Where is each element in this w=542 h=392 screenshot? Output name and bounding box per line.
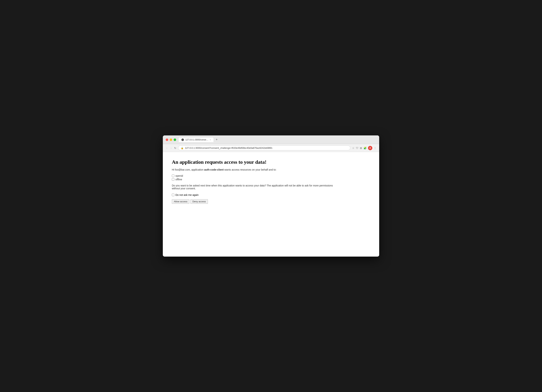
title-bar: 127.0.0.1:3000/conse… × + [163,136,379,144]
tab-close-button[interactable]: × [210,139,211,141]
offline-checkbox[interactable] [172,178,174,181]
traffic-lights [166,138,176,141]
do-not-ask-checkbox[interactable] [172,194,174,196]
user-avatar[interactable]: A [368,146,372,150]
do-not-ask-row: Do not ask me again [172,193,370,196]
scope-list: openid offline [172,174,370,181]
tab-label: 127.0.0.1:3000/conse… [185,138,208,141]
more-options-icon[interactable]: ⋮ [374,147,376,149]
extensions-icon[interactable]: 🧩 [363,147,367,149]
close-window-button[interactable] [166,138,168,141]
app-name: auth-code-client [204,168,224,171]
browser-window: 127.0.0.1:3000/conse… × + ‹ › ↻ 🔒 127.0.… [163,136,379,256]
allow-access-button[interactable]: Allow access [172,199,189,204]
active-tab[interactable]: 127.0.0.1:3000/conse… × [178,137,214,142]
shield-icon[interactable]: 🛡 [356,147,358,149]
do-not-ask-label: Do not ask me again [175,193,199,196]
intro-suffix: wants access resources on your behalf an… [224,168,276,171]
lock-icon: 🔒 [181,147,184,149]
intro-prefix: Hi foo@bar.com, application [172,168,204,171]
minimize-window-button[interactable] [170,138,172,141]
action-buttons: Allow access Deny access [172,199,370,204]
scope-openid: openid [172,174,370,177]
screen-icon[interactable]: ⊞ [360,147,362,149]
openid-checkbox[interactable] [172,174,174,177]
url-text: 127.0.0.1:3000/consent?consent_challenge… [185,147,348,149]
forward-button[interactable]: › [170,146,172,150]
maximize-window-button[interactable] [174,138,176,141]
url-bar[interactable]: 🔒 127.0.0.1:3000/consent?consent_challen… [178,146,350,150]
reload-button[interactable]: ↻ [174,147,176,149]
intro-paragraph: Hi foo@bar.com, application auth-code-cl… [172,168,370,171]
tab-favicon [181,138,184,141]
bookmark-icon[interactable]: ☆ [352,147,354,149]
new-tab-button[interactable]: + [215,137,219,142]
scope-offline: offline [172,178,370,181]
toolbar-icons: ☆ 🛡 ⊞ 🧩 A ⋮ [352,146,376,150]
page-content: An application requests access to your d… [163,152,379,256]
address-bar: ‹ › ↻ 🔒 127.0.0.1:3000/consent?consent_c… [163,144,379,152]
openid-label: openid [175,174,183,177]
offline-label: offline [175,178,182,181]
tab-bar: 127.0.0.1:3000/conse… × + [178,137,376,142]
back-button[interactable]: ‹ [166,146,168,150]
deny-access-button[interactable]: Deny access [190,199,208,204]
page-title: An application requests access to your d… [172,159,370,165]
consent-description: Do you want to be asked next time when t… [172,184,334,190]
